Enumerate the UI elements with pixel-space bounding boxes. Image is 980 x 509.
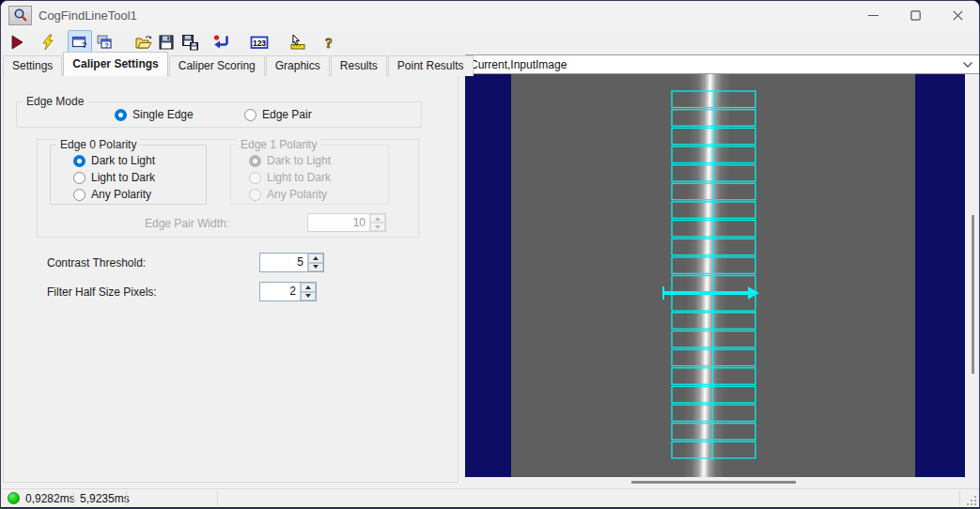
tab-strip: Settings Caliper Settings Caliper Scorin… [3, 55, 474, 76]
edge-pair-width-label: Edge Pair Width: [145, 217, 229, 230]
tab-graphics[interactable]: Graphics [266, 55, 330, 76]
svg-text:123: 123 [253, 38, 266, 47]
contrast-threshold-down-icon[interactable] [308, 263, 323, 272]
edge-pair-width-up-icon [370, 214, 385, 223]
maximize-button[interactable] [894, 1, 937, 29]
radio-edge1-dark-to-light-label: Dark to Light [267, 154, 331, 167]
radio-edge-pair[interactable] [244, 109, 257, 121]
tab-page-border [3, 75, 459, 483]
radio-edge0-light-to-dark-label[interactable]: Light to Dark [91, 171, 155, 184]
edge1-polarity-group: Edge 1 Polarity Dark to Light Light to D… [230, 145, 389, 205]
cogfindlinetool-window: CogFindLineTool1 ? [0, 0, 980, 509]
vertical-scrollbar-thumb[interactable] [972, 215, 974, 374]
edge1-polarity-legend: Edge 1 Polarity [237, 138, 320, 151]
radio-edge1-light-to-dark [249, 172, 261, 184]
vertical-scrollbar[interactable] [965, 74, 980, 477]
radio-single-edge[interactable] [115, 109, 127, 121]
image-source-combo[interactable]: Current,InputImage [465, 54, 980, 74]
save-icon[interactable] [155, 31, 178, 53]
filter-half-size-down-icon[interactable] [301, 292, 316, 301]
contrast-threshold-up-icon[interactable] [308, 254, 323, 263]
electric-run-icon[interactable] [37, 31, 59, 53]
status-time-1: 0,9282ms [25, 492, 75, 505]
contrast-threshold-stepper[interactable]: 5 [259, 253, 324, 272]
tab-caliper-settings[interactable]: Caliper Settings [63, 52, 167, 76]
contrast-threshold-label: Contrast Threshold: [47, 256, 146, 270]
radio-edge1-any-polarity-label: Any Polarity [267, 188, 327, 201]
edge-pair-width-down-icon [370, 223, 385, 231]
edge0-polarity-group: Edge 0 Polarity Dark to Light Light to D… [50, 145, 207, 205]
edge-pair-width-value: 10 [308, 214, 369, 231]
radio-edge0-light-to-dark[interactable] [73, 172, 86, 184]
filter-half-size-value[interactable]: 2 [260, 283, 300, 301]
svg-text:?: ? [104, 41, 109, 50]
magnifier-icon [8, 6, 32, 25]
save-as-icon[interactable] [179, 31, 201, 53]
radio-edge0-dark-to-light[interactable] [73, 155, 86, 167]
edge0-polarity-legend: Edge 0 Polarity [56, 138, 140, 151]
status-time-2: 5,9235ms [80, 492, 130, 505]
numeric-display-icon[interactable]: 123 [248, 31, 271, 53]
filter-half-size-stepper[interactable]: 2 [259, 282, 317, 301]
toolbar: ? ? [1, 29, 979, 54]
contrast-threshold-value[interactable]: 5 [260, 254, 307, 271]
position-tool-icon[interactable] [287, 31, 309, 53]
title-bar: CogFindLineTool1 [1, 1, 979, 29]
status-ok-indicator [8, 492, 20, 504]
svg-text:?: ? [325, 35, 333, 50]
reset-icon[interactable] [210, 31, 232, 53]
radio-edge0-any-polarity[interactable] [73, 189, 86, 201]
radio-edge1-any-polarity [249, 189, 261, 201]
edge-mode-legend: Edge Mode [23, 95, 87, 108]
tab-settings[interactable]: Settings [3, 55, 62, 76]
tab-caliper-scoring[interactable]: Caliper Scoring [169, 55, 265, 76]
polarity-outer-group: Edge 0 Polarity Dark to Light Light to D… [37, 139, 419, 238]
window-title: CogFindLineTool1 [39, 8, 137, 23]
open-file-icon[interactable] [132, 31, 154, 53]
radio-edge-pair-label[interactable]: Edge Pair [262, 108, 312, 121]
image-source-value: Current,InputImage [470, 58, 567, 71]
caliper-overlay[interactable] [465, 74, 980, 477]
minimize-button[interactable] [852, 1, 894, 29]
edge-pair-width-stepper: 10 [307, 213, 386, 232]
filter-half-size-up-icon[interactable] [301, 283, 316, 292]
radio-edge0-dark-to-light-label[interactable]: Dark to Light [91, 154, 155, 167]
show-image-panel-icon[interactable]: ? [68, 30, 92, 54]
radio-edge1-dark-to-light [249, 155, 261, 167]
edge-mode-group: Edge Mode Single Edge Edge Pair [16, 101, 422, 128]
tab-results[interactable]: Results [331, 55, 387, 76]
image-display[interactable] [465, 74, 980, 477]
radio-edge0-any-polarity-label[interactable]: Any Polarity [91, 188, 151, 201]
horizontal-scrollbar-thumb[interactable] [631, 481, 796, 484]
radio-single-edge-label[interactable]: Single Edge [132, 108, 194, 121]
close-button[interactable] [937, 1, 979, 29]
float-window-icon[interactable]: ? [93, 31, 116, 53]
run-icon[interactable] [6, 31, 28, 53]
status-bar: 0,9282ms 5,9235ms [1, 488, 979, 507]
svg-text:?: ? [82, 40, 87, 50]
filter-half-size-label: Filter Half Size Pixels: [47, 285, 157, 299]
horizontal-scrollbar[interactable] [465, 477, 980, 488]
resize-grip[interactable] [966, 495, 976, 505]
help-icon[interactable]: ? [318, 31, 340, 53]
chevron-down-icon [962, 58, 973, 71]
tab-point-results[interactable]: Point Results [388, 55, 474, 76]
radio-edge1-light-to-dark-label: Light to Dark [267, 171, 331, 184]
